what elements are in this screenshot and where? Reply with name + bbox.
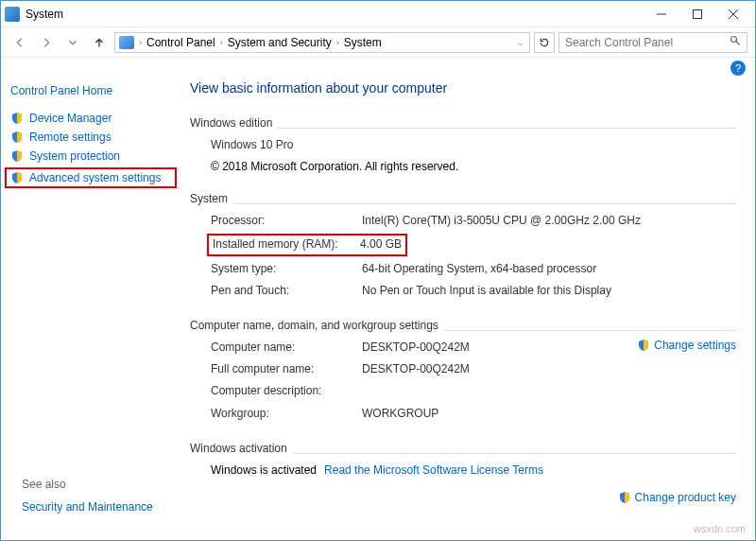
row-installed-memory: Installed memory (RAM):4.00 GB — [190, 232, 736, 257]
sidebar-item-label: Advanced system settings — [29, 171, 161, 184]
windows-product: Windows 10 Pro — [211, 136, 736, 154]
row-system-type: System type:64-bit Operating System, x64… — [190, 258, 736, 280]
copyright-text: © 2018 Microsoft Corporation. All rights… — [190, 160, 736, 173]
breadcrumb[interactable]: › Control Panel › System and Security › … — [114, 32, 530, 53]
watermark: wsxdn.com — [694, 523, 746, 534]
section-computer-name: Computer name, domain, and workgroup set… — [190, 313, 736, 326]
license-terms-link[interactable]: Read the Microsoft Software License Term… — [324, 462, 543, 480]
row-pen-touch: Pen and Touch:No Pen or Touch Input is a… — [190, 280, 736, 302]
sidebar-system-protection[interactable]: System protection — [10, 147, 177, 166]
address-bar: › Control Panel › System and Security › … — [1, 27, 755, 58]
control-panel-home-link[interactable]: Control Panel Home — [10, 84, 177, 97]
refresh-button[interactable] — [534, 32, 555, 53]
breadcrumb-segment[interactable]: System and Security — [228, 36, 332, 49]
sidebar-item-label: Remote settings — [29, 131, 112, 144]
system-icon — [5, 7, 20, 22]
page-heading: View basic information about your comput… — [190, 80, 736, 96]
row-computer-description: Computer description: — [190, 380, 736, 402]
svg-rect-0 — [694, 9, 702, 18]
section-windows-edition: Windows edition — [190, 111, 736, 124]
chevron-right-icon[interactable]: › — [217, 38, 226, 47]
up-button[interactable] — [88, 31, 111, 54]
section-system: System — [190, 186, 736, 200]
sidebar-item-label: Device Manager — [29, 112, 112, 125]
security-maintenance-link[interactable]: Security and Maintenance — [22, 500, 153, 514]
search-box[interactable] — [558, 32, 747, 53]
search-icon[interactable] — [730, 35, 741, 49]
shield-icon — [10, 131, 24, 144]
sidebar-remote-settings[interactable]: Remote settings — [10, 128, 177, 147]
section-activation: Windows activation — [190, 436, 736, 449]
row-activation-status: Windows is activated Read the Microsoft … — [190, 460, 736, 481]
chevron-right-icon[interactable]: › — [334, 38, 342, 47]
maximize-button[interactable] — [679, 1, 715, 27]
row-computer-name: Computer name:DESKTOP-00Q242M — [190, 337, 637, 358]
forward-button[interactable] — [35, 31, 58, 54]
main-content: View basic information about your comput… — [180, 79, 755, 540]
change-settings-link[interactable]: Change settings — [637, 339, 736, 352]
svg-point-1 — [731, 37, 737, 43]
chevron-right-icon[interactable]: › — [136, 38, 145, 47]
chevron-down-icon[interactable]: ⌵ — [515, 38, 525, 47]
breadcrumb-segment[interactable]: System — [344, 36, 382, 49]
back-button[interactable] — [9, 31, 31, 54]
row-full-computer-name: Full computer name:DESKTOP-00Q242M — [190, 358, 736, 380]
shield-icon — [10, 149, 24, 163]
close-button[interactable] — [715, 1, 751, 27]
search-input[interactable] — [565, 36, 716, 49]
shield-icon — [10, 171, 24, 184]
sidebar-advanced-system-settings[interactable]: Advanced system settings — [5, 167, 177, 188]
recent-button[interactable] — [61, 31, 84, 54]
shield-icon — [637, 339, 650, 352]
breadcrumb-segment[interactable]: Control Panel — [146, 36, 215, 49]
change-product-key-link[interactable]: Change product key — [618, 491, 736, 504]
help-icon[interactable]: ? — [730, 61, 746, 76]
shield-icon — [10, 112, 24, 125]
row-workgroup: Workgroup:WORKGROUP — [190, 403, 736, 425]
see-also-header: See also — [22, 478, 153, 491]
controlpanel-icon — [119, 36, 134, 49]
sidebar-device-manager[interactable]: Device Manager — [10, 109, 177, 128]
titlebar: System — [1, 1, 755, 27]
sidebar-item-label: System protection — [29, 149, 120, 163]
shield-icon — [618, 491, 631, 504]
minimize-button[interactable] — [644, 1, 679, 27]
row-processor: Processor:Intel(R) Core(TM) i3-5005U CPU… — [190, 210, 736, 232]
sidebar: Control Panel Home Device Manager Remote… — [1, 79, 180, 540]
window-title: System — [26, 8, 644, 21]
